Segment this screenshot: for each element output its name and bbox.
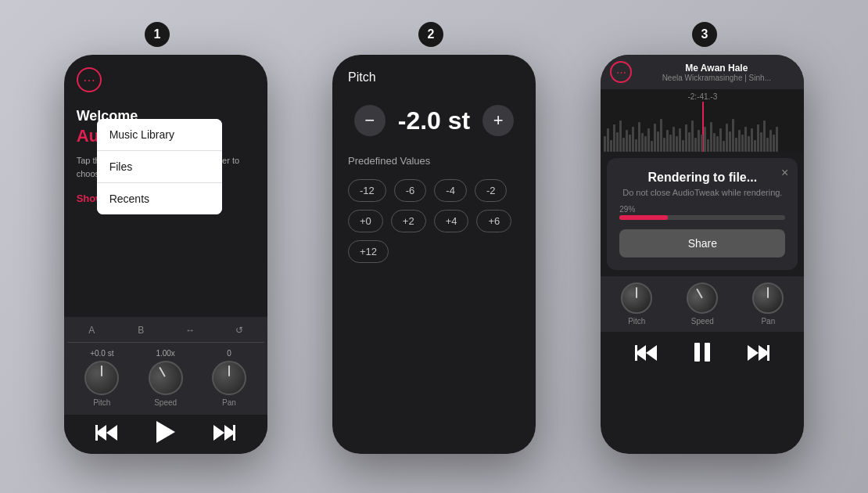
speed-knob-1[interactable] bbox=[142, 354, 189, 401]
step-badge-2: 2 bbox=[418, 22, 443, 47]
s3-transport-row bbox=[601, 335, 804, 374]
pitch-minus-button[interactable]: − bbox=[354, 105, 386, 136]
progress-bar-fill bbox=[619, 215, 667, 220]
menu-button-3[interactable]: ⋯ bbox=[610, 61, 632, 83]
s3-knob-row: Pitch Speed Pan bbox=[604, 282, 801, 326]
svg-marker-7 bbox=[646, 345, 657, 361]
menu-button-1[interactable]: ⋯ bbox=[77, 67, 102, 92]
pitch-knob-group-3: Pitch bbox=[621, 282, 652, 326]
svg-rect-6 bbox=[233, 425, 235, 441]
speed-label-3: Speed bbox=[691, 317, 714, 326]
rewind-button-1[interactable] bbox=[95, 425, 117, 444]
waveform-lines bbox=[601, 105, 804, 152]
pred-btn-12[interactable]: +12 bbox=[348, 240, 389, 263]
svg-marker-12 bbox=[748, 345, 759, 361]
pan-knob-1[interactable] bbox=[212, 361, 246, 395]
pitch-control-row: − -2.0 st + bbox=[332, 92, 536, 149]
predefined-grid: -12 -6 -4 -2 +0 +2 +4 +6 +12 bbox=[332, 173, 536, 269]
pred-btn-2[interactable]: +2 bbox=[391, 210, 426, 232]
controls-bar: A B ↔ ↺ +0.0 st Pitch 1.00x Speed bbox=[64, 317, 267, 415]
s3-knob-section: Pitch Speed Pan bbox=[601, 276, 804, 332]
pitch-display: -2.0 st bbox=[398, 106, 470, 135]
render-subtitle: Do not close AudioTweak while rendering. bbox=[619, 188, 785, 197]
dropdown-menu: Music Library Files Recents bbox=[97, 119, 222, 214]
speed-knob-group: 1.00x Speed bbox=[149, 349, 183, 407]
svg-marker-4 bbox=[213, 425, 224, 441]
tab-repeat[interactable]: ↺ bbox=[215, 322, 264, 339]
pitch-knob-group: +0.0 st Pitch bbox=[84, 349, 119, 407]
pitch-label-3: Pitch bbox=[628, 317, 645, 326]
modal-close-button[interactable]: × bbox=[781, 166, 788, 180]
render-title: Rendering to file... bbox=[619, 171, 785, 185]
screen1: ⋯ Music Library Files Recents Welcome Au… bbox=[64, 55, 267, 454]
svg-rect-2 bbox=[95, 425, 98, 441]
pred-btn-6[interactable]: +6 bbox=[476, 210, 511, 232]
tab-a[interactable]: A bbox=[67, 322, 117, 339]
waveform-timecode: -2:-41.-3 bbox=[687, 92, 717, 101]
pred-btn--6[interactable]: -6 bbox=[394, 179, 427, 202]
speed-knob-group-3: Speed bbox=[687, 282, 718, 326]
track-info: Me Awan Hale Neela Wickramasinghe | Sinh… bbox=[638, 63, 794, 82]
menu-item-recents[interactable]: Recents bbox=[97, 183, 222, 214]
pan-label-1: Pan bbox=[222, 398, 236, 407]
speed-label-1: Speed bbox=[154, 398, 177, 407]
rewind-button-3[interactable] bbox=[635, 345, 657, 365]
speed-knob-3[interactable] bbox=[681, 277, 724, 320]
screen2: Pitch − -2.0 st + Predefined Values -12 … bbox=[332, 55, 536, 454]
pause-button-3[interactable] bbox=[694, 343, 710, 366]
s1-header: ⋯ bbox=[64, 55, 267, 99]
menu-item-library[interactable]: Music Library bbox=[97, 119, 222, 151]
pred-btn-4[interactable]: +4 bbox=[434, 210, 469, 232]
pitch-label-1: Pitch bbox=[93, 398, 110, 407]
share-button[interactable]: Share bbox=[619, 229, 785, 257]
screen3: ⋯ Me Awan Hale Neela Wickramasinghe | Si… bbox=[601, 55, 804, 454]
render-percent: 29% bbox=[619, 205, 785, 214]
predefined-label: Predefined Values bbox=[332, 149, 536, 173]
phone-3: ⋯ Me Awan Hale Neela Wickramasinghe | Si… bbox=[601, 55, 804, 454]
pan-value-1: 0 bbox=[227, 349, 231, 358]
tab-b[interactable]: B bbox=[117, 322, 166, 339]
speed-value-1: 1.00x bbox=[156, 349, 174, 358]
pitch-value-1: +0.0 st bbox=[90, 349, 113, 358]
pan-knob-group-3: Pan bbox=[752, 282, 784, 326]
progress-bar-background bbox=[619, 215, 785, 220]
knob-row: +0.0 st Pitch 1.00x Speed 0 Pan bbox=[67, 343, 264, 410]
play-button-1[interactable] bbox=[156, 421, 175, 448]
step-badge-3: 3 bbox=[692, 22, 717, 47]
svg-marker-0 bbox=[106, 425, 117, 441]
transport-row-1 bbox=[64, 415, 267, 454]
step-badge-1: 1 bbox=[145, 22, 170, 47]
render-modal: × Rendering to file... Do not close Audi… bbox=[607, 158, 798, 270]
s3-header: ⋯ Me Awan Hale Neela Wickramasinghe | Si… bbox=[601, 55, 804, 89]
svg-rect-10 bbox=[694, 343, 700, 362]
svg-rect-9 bbox=[635, 345, 637, 361]
svg-rect-11 bbox=[705, 343, 710, 362]
pitch-plus-button[interactable]: + bbox=[482, 105, 514, 136]
waveform-display: -2:-41.-3 bbox=[601, 89, 804, 152]
main-container: 1 2 3 ⋯ Music Library Files Recents Welc… bbox=[0, 0, 868, 493]
phone-1: ⋯ Music Library Files Recents Welcome Au… bbox=[64, 55, 267, 454]
tab-row: A B ↔ ↺ bbox=[67, 322, 264, 343]
pred-btn--2[interactable]: -2 bbox=[475, 179, 508, 202]
pred-btn-0[interactable]: +0 bbox=[348, 210, 383, 232]
track-artist: Neela Wickramasinghe | Sinh... bbox=[638, 74, 794, 82]
track-title: Me Awan Hale bbox=[638, 63, 794, 74]
phone-2: Pitch − -2.0 st + Predefined Values -12 … bbox=[332, 55, 536, 454]
pitch-knob-3[interactable] bbox=[621, 282, 652, 314]
pitch-screen-title: Pitch bbox=[332, 55, 536, 92]
menu-item-files[interactable]: Files bbox=[97, 151, 222, 183]
pan-knob-3[interactable] bbox=[752, 282, 784, 314]
pred-btn--4[interactable]: -4 bbox=[434, 179, 467, 202]
tab-swap[interactable]: ↔ bbox=[166, 322, 215, 339]
svg-rect-14 bbox=[767, 345, 769, 361]
pred-btn--12[interactable]: -12 bbox=[348, 179, 386, 202]
forward-button-3[interactable] bbox=[748, 345, 769, 365]
pan-knob-group: 0 Pan bbox=[212, 349, 246, 407]
forward-button-1[interactable] bbox=[213, 425, 235, 444]
pan-label-3: Pan bbox=[761, 317, 775, 326]
svg-marker-3 bbox=[156, 421, 175, 443]
pitch-knob-1[interactable] bbox=[84, 361, 119, 395]
